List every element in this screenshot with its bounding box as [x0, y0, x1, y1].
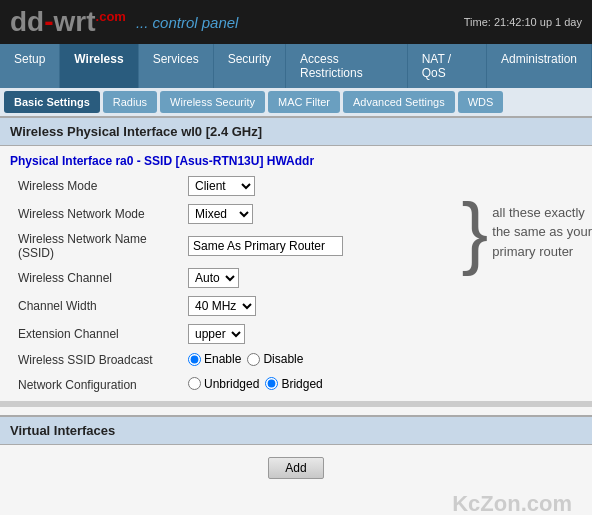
nav-tab-nat[interactable]: NAT / QoS [408, 44, 487, 88]
net-config-unbridged-label: Unbridged [204, 377, 259, 391]
net-config-label: Network Configuration [10, 373, 180, 398]
table-row: Network Configuration Unbridged Bridged [10, 373, 582, 398]
content: Physical Interface ra0 - SSID [Asus-RTN1… [0, 146, 592, 515]
ext-channel-ctrl: upper lower [180, 320, 582, 348]
table-row: Wireless SSID Broadcast Enable Disable [10, 348, 582, 373]
add-button[interactable]: Add [268, 457, 323, 479]
virtual-body: Add [0, 445, 592, 491]
annotation-line2: the same as your [492, 222, 592, 242]
ssid-label: Wireless Network Name (SSID) [10, 228, 180, 264]
channel-label: Wireless Channel [10, 264, 180, 292]
bracket-icon: } [462, 192, 489, 272]
form-wrapper: Wireless Mode Client AP Ad-Hoc Wireless … [0, 172, 592, 401]
watermark: KcZon.com [0, 491, 592, 515]
subtab-radius[interactable]: Radius [103, 91, 157, 113]
ssid-broadcast-group: Enable Disable [188, 352, 303, 366]
ext-channel-label: Extension Channel [10, 320, 180, 348]
subtab-basic[interactable]: Basic Settings [4, 91, 100, 113]
logo-cp: ... control panel [136, 14, 239, 31]
annotation-line1: all these exactly [492, 203, 592, 223]
subtab-mac[interactable]: MAC Filter [268, 91, 340, 113]
ssid-broadcast-enable: Enable [188, 352, 241, 366]
virtual-section-header: Virtual Interfaces [0, 415, 592, 445]
net-config-unbridged: Unbridged [188, 377, 259, 391]
net-config-bridged-label: Bridged [281, 377, 322, 391]
ssid-broadcast-enable-label: Enable [204, 352, 241, 366]
header: dd-wrt.com ... control panel Time: 21:42… [0, 0, 592, 44]
channel-select[interactable]: Auto 1 2 [188, 268, 239, 288]
subtab-advanced[interactable]: Advanced Settings [343, 91, 455, 113]
net-config-group: Unbridged Bridged [188, 377, 323, 391]
nav-tab-admin[interactable]: Administration [487, 44, 592, 88]
header-time: Time: 21:42:10 up 1 day [464, 16, 582, 28]
net-config-ctrl: Unbridged Bridged [180, 373, 582, 398]
annotation-text: all these exactly the same as your prima… [492, 203, 592, 262]
channel-width-select[interactable]: 20 MHz 40 MHz [188, 296, 256, 316]
nav-tabs: Setup Wireless Services Security Access … [0, 44, 592, 88]
channel-width-label: Channel Width [10, 292, 180, 320]
logo-dd: dd-wrt.com [10, 6, 126, 38]
wireless-network-mode-select[interactable]: Mixed B-Only G-Only [188, 204, 253, 224]
ssid-broadcast-label: Wireless SSID Broadcast [10, 348, 180, 373]
add-button-container: Add [8, 453, 584, 483]
nav-tab-wireless[interactable]: Wireless [60, 44, 138, 88]
ssid-input[interactable] [188, 236, 343, 256]
channel-width-ctrl: 20 MHz 40 MHz [180, 292, 582, 320]
table-row: Channel Width 20 MHz 40 MHz [10, 292, 582, 320]
subtab-wds[interactable]: WDS [458, 91, 504, 113]
nav-tab-setup[interactable]: Setup [0, 44, 60, 88]
nav-tab-security[interactable]: Security [214, 44, 286, 88]
net-config-unbridged-radio[interactable] [188, 377, 201, 390]
ssid-broadcast-enable-radio[interactable] [188, 353, 201, 366]
ssid-broadcast-disable-radio[interactable] [247, 353, 260, 366]
ext-channel-select[interactable]: upper lower [188, 324, 245, 344]
table-row: Extension Channel upper lower [10, 320, 582, 348]
nav-tab-services[interactable]: Services [139, 44, 214, 88]
phy-header: Physical Interface ra0 - SSID [Asus-RTN1… [0, 146, 592, 172]
net-config-bridged: Bridged [265, 377, 322, 391]
annotation-line3: primary router [492, 242, 592, 262]
wireless-network-mode-label: Wireless Network Mode [10, 200, 180, 228]
section-header: Wireless Physical Interface wl0 [2.4 GHz… [0, 117, 592, 146]
ssid-broadcast-disable-label: Disable [263, 352, 303, 366]
nav-tab-access[interactable]: Access Restrictions [286, 44, 408, 88]
ssid-broadcast-ctrl: Enable Disable [180, 348, 582, 373]
logo: dd-wrt.com ... control panel [10, 6, 238, 38]
sub-tabs: Basic Settings Radius Wireless Security … [0, 88, 592, 117]
wireless-mode-select[interactable]: Client AP Ad-Hoc [188, 176, 255, 196]
section-divider [0, 401, 592, 407]
net-config-bridged-radio[interactable] [265, 377, 278, 390]
ssid-broadcast-disable: Disable [247, 352, 303, 366]
wireless-mode-label: Wireless Mode [10, 172, 180, 200]
subtab-wsec[interactable]: Wireless Security [160, 91, 265, 113]
annotation-wrapper: } all these exactly the same as your pri… [462, 192, 592, 272]
